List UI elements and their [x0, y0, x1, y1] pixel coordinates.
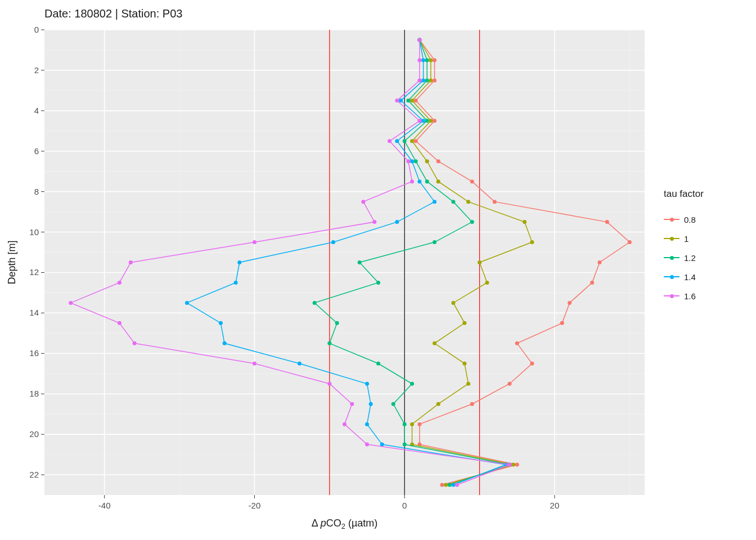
- series-point-0.8: [433, 58, 436, 62]
- legend-swatch: [664, 238, 680, 239]
- series-point-1: [466, 382, 470, 386]
- series-point-1.2: [410, 382, 414, 386]
- series-point-1.6: [361, 200, 365, 204]
- y-tick-label: 0: [34, 25, 39, 34]
- legend-label: 1.4: [684, 272, 696, 282]
- series-point-1: [425, 159, 429, 163]
- series-point-1: [410, 422, 414, 426]
- y-tick-label: 6: [34, 146, 39, 156]
- series-point-1: [511, 463, 515, 467]
- series-point-1.6: [253, 240, 256, 244]
- y-tick-label: 20: [29, 429, 39, 439]
- series-point-1.2: [327, 341, 331, 345]
- series-point-1.6: [365, 443, 369, 447]
- series-point-0.8: [560, 321, 564, 325]
- series-point-0.8: [590, 281, 594, 285]
- x-axis-title: Δ pCO2 (µatm): [312, 518, 378, 530]
- series-point-1.4: [410, 159, 414, 163]
- series-point-0.8: [414, 98, 418, 102]
- x-tick-label: -20: [249, 501, 261, 510]
- y-tick-label: 8: [34, 187, 39, 196]
- series-point-1.6: [410, 179, 414, 183]
- series-point-1.4: [369, 402, 373, 406]
- legend-item-1.4: 1.4: [664, 267, 704, 286]
- series-point-0.8: [470, 179, 474, 183]
- series-point-1.6: [417, 38, 421, 42]
- series-point-1.6: [417, 119, 421, 123]
- series-point-1.4: [223, 341, 227, 345]
- y-axis-title: Depth [m]: [6, 240, 17, 284]
- series-point-1.4: [417, 179, 421, 183]
- series-point-1.2: [403, 139, 407, 143]
- y-tick-label: 4: [34, 106, 39, 115]
- legend-swatch: [664, 257, 680, 258]
- series-point-1.2: [376, 362, 380, 366]
- series-point-1.2: [414, 159, 418, 163]
- series-point-1: [462, 321, 466, 325]
- series-point-1.6: [372, 220, 376, 224]
- series-point-1.6: [327, 382, 331, 386]
- x-tick-label: 0: [402, 501, 407, 510]
- series-point-1.6: [343, 422, 346, 426]
- series-point-1.2: [451, 200, 455, 204]
- legend-item-1: 1: [664, 229, 704, 248]
- series-point-0.8: [530, 362, 534, 366]
- series-point-0.8: [470, 402, 474, 406]
- legend-swatch: [664, 219, 680, 220]
- series-point-1: [451, 301, 455, 305]
- series-point-1.4: [365, 422, 369, 426]
- y-tick-label: 2: [34, 65, 39, 75]
- series-point-1.4: [451, 483, 455, 487]
- series-point-1.2: [313, 301, 317, 305]
- legend: tau factor 0.811.21.41.6: [664, 188, 704, 305]
- series-point-0.8: [568, 301, 572, 305]
- series-point-1: [466, 200, 470, 204]
- legend-title: tau factor: [664, 188, 704, 200]
- series-point-0.8: [507, 382, 511, 386]
- legend-swatch: [664, 295, 680, 296]
- legend-label: 0.8: [684, 215, 696, 224]
- legend-item-0.8: 0.8: [664, 210, 704, 229]
- legend-item-1.2: 1.2: [664, 248, 704, 267]
- series-point-0.8: [597, 260, 601, 264]
- series-point-1.2: [335, 321, 339, 325]
- series-point-1.4: [219, 321, 223, 325]
- series-point-1.4: [399, 98, 403, 102]
- series-point-1: [410, 139, 414, 143]
- chart-container: -40-200200246810121416182022Δ pCO2 (µatm…: [0, 0, 756, 540]
- series-point-0.8: [414, 139, 418, 143]
- series-point-1: [429, 119, 433, 123]
- series-point-1: [444, 483, 448, 487]
- series-point-1.2: [376, 281, 380, 285]
- series-point-1: [436, 402, 440, 406]
- series-point-0.8: [417, 422, 421, 426]
- series-point-1.4: [395, 139, 399, 143]
- series-point-1.6: [417, 78, 421, 82]
- series-point-1.6: [455, 483, 459, 487]
- series-point-1.2: [470, 220, 474, 224]
- series-point-0.8: [628, 240, 632, 244]
- series-point-1.2: [425, 119, 429, 123]
- series-point-0.8: [493, 200, 497, 204]
- series-point-1.2: [448, 483, 452, 487]
- series-point-1.2: [403, 443, 407, 447]
- chart-title: Date: 180802 | Station: P03: [44, 7, 182, 20]
- legend-label: 1.6: [684, 291, 696, 301]
- series-point-1.2: [392, 402, 395, 406]
- series-point-1.2: [403, 422, 407, 426]
- series-point-1.2: [433, 240, 436, 244]
- series-point-1.4: [380, 443, 384, 447]
- series-point-1.4: [421, 78, 425, 82]
- legend-swatch: [664, 276, 680, 277]
- series-point-0.8: [515, 463, 519, 467]
- series-point-1: [478, 260, 482, 264]
- legend-label: 1.2: [684, 253, 696, 263]
- series-point-0.8: [433, 78, 436, 82]
- chart-svg: -40-200200246810121416182022Δ pCO2 (µatm…: [0, 0, 756, 540]
- series-point-1.4: [185, 301, 189, 305]
- series-point-1.6: [118, 281, 122, 285]
- legend-item-1.6: 1.6: [664, 286, 704, 305]
- series-point-1: [429, 58, 433, 62]
- series-point-1: [436, 179, 440, 183]
- series-point-1.2: [425, 78, 429, 82]
